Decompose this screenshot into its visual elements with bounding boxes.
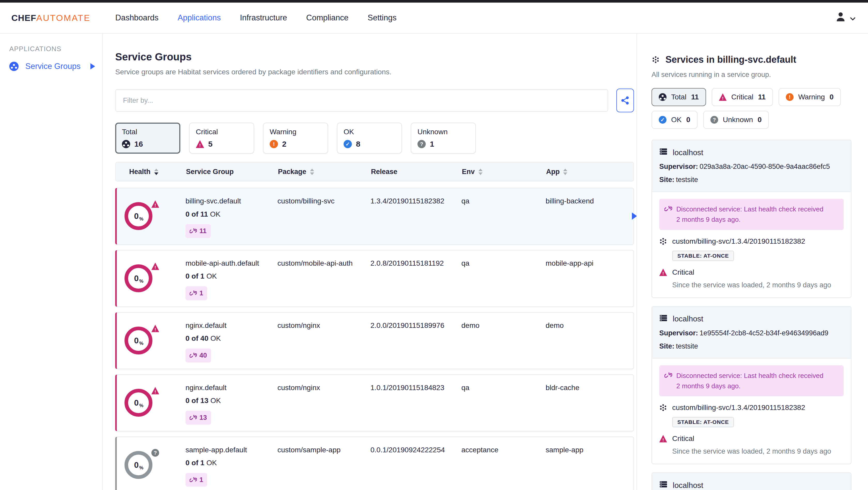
status-tile[interactable]: Critical 5 <box>189 123 254 154</box>
ok-count: 0 of 40 OK <box>185 333 277 344</box>
top-strip <box>0 0 868 3</box>
health-cell: 0% <box>121 451 185 479</box>
service-card-header: localhost Supervisor:029a3a8a-20ac-4590-… <box>652 140 851 192</box>
services-icon <box>652 56 660 64</box>
service-card[interactable]: localhost Supervisor:1e95554f-2cb8-4c52-… <box>652 306 851 464</box>
column-header[interactable]: Package <box>278 168 371 176</box>
package-cell: custom/billing-svc <box>277 194 370 238</box>
status-tile[interactable]: OK 8 <box>337 123 402 154</box>
status-icon <box>719 93 727 101</box>
column-header[interactable]: Service Group <box>186 168 278 176</box>
service-group-cell: nginx.default 0 of 13 OK 13 <box>185 381 277 425</box>
chef-automate-logo[interactable]: CHEFAUTOMATE <box>11 13 90 23</box>
sidebar-item-service-groups[interactable]: Service Groups <box>9 62 95 71</box>
env-cell: qa <box>461 257 546 300</box>
status-icon <box>196 140 204 148</box>
tile-label: OK <box>344 128 354 136</box>
status-tile[interactable]: Unknown 1 <box>411 123 476 154</box>
status-icon <box>710 116 718 124</box>
user-menu[interactable] <box>835 11 856 25</box>
table-row[interactable]: 0% nginx.default 0 of 13 OK 13 cust <box>115 374 634 431</box>
table-row[interactable]: 0% nginx.default 0 of 40 OK 40 cust <box>115 312 634 369</box>
status-tile[interactable]: Total 16 <box>115 123 180 154</box>
tile-count: 8 <box>356 140 361 149</box>
nav-item[interactable]: Compliance <box>306 13 348 23</box>
nav-item[interactable]: Applications <box>178 13 221 23</box>
server-icon <box>659 480 668 490</box>
status-filter-chip[interactable]: Unknown 0 <box>703 111 769 129</box>
status-filter-chip[interactable]: Warning 0 <box>779 88 841 106</box>
nav-item[interactable]: Settings <box>368 13 397 23</box>
sort-arrows[interactable] <box>478 169 483 175</box>
status-filter-chip[interactable]: OK 0 <box>652 111 698 129</box>
sort-arrows[interactable] <box>563 169 567 175</box>
channel-badge: STABLE: AT-ONCE <box>672 251 734 261</box>
sort-arrows[interactable] <box>154 169 158 175</box>
service-group-name: billing-svc.default <box>185 196 263 206</box>
status-icon <box>786 93 794 101</box>
status-icon <box>151 262 159 270</box>
sort-arrows[interactable] <box>310 169 314 175</box>
disconnected-badge[interactable]: 40 <box>185 349 211 362</box>
tile-label: Warning <box>270 128 296 136</box>
package-icon <box>659 237 667 245</box>
service-cards: localhost Supervisor:029a3a8a-20ac-4590-… <box>652 140 851 490</box>
host-name: localhost <box>673 481 703 490</box>
package-cell: custom/mobile-api-auth <box>277 257 370 300</box>
page-subtitle: Service groups are Habitat services orde… <box>115 68 634 76</box>
status-filter-chip[interactable]: Critical 11 <box>712 88 773 106</box>
tile-count: 16 <box>134 140 143 149</box>
status-icon <box>151 200 159 208</box>
supervisor-line: Supervisor:029a3a8a-20ac-4590-850e-9a4aa… <box>659 163 844 171</box>
sidebar: APPLICATIONS Service Groups <box>0 34 103 490</box>
nav-item[interactable]: Infrastructure <box>240 13 287 23</box>
column-header[interactable]: App <box>546 168 625 176</box>
disconnected-icon <box>190 352 197 359</box>
ok-count: 0 of 1 OK <box>185 271 277 282</box>
selected-row-chevron[interactable] <box>632 213 637 220</box>
status-icon <box>151 387 159 394</box>
health-donut: 0% <box>125 389 152 417</box>
disconnected-icon <box>190 414 197 421</box>
logo-chef: CHEF <box>11 13 36 23</box>
service-card[interactable]: localhost Supervisor:2fb65869-de1b-4341-… <box>652 472 851 490</box>
column-header[interactable]: Env <box>462 168 546 176</box>
service-group-list: 0% billing-svc.default 0 of 11 OK 11 <box>115 188 634 490</box>
status-icon <box>417 140 426 148</box>
nav-item[interactable]: Dashboards <box>115 13 158 23</box>
health-donut: 0% <box>125 202 152 230</box>
disconnected-alert: Disconnected service: Last health check … <box>659 365 844 396</box>
app-cell: mobile-app-api <box>546 257 625 300</box>
status-icon <box>151 449 159 457</box>
service-group-name: sample-app.default <box>185 445 263 455</box>
chip-label: OK <box>671 116 681 124</box>
filter-input[interactable] <box>115 89 608 112</box>
tile-count: 2 <box>282 140 286 149</box>
since-line: Since the service was loaded, 2 months 9… <box>652 448 851 464</box>
services-panel: Services in billing-svc.default All serv… <box>637 34 868 490</box>
column-header[interactable]: Release <box>371 168 462 176</box>
column-header[interactable]: Health <box>129 168 186 176</box>
release-cell: 1.3.4/20190115182382 <box>370 194 461 238</box>
disconnected-badge[interactable]: 11 <box>185 224 211 238</box>
disconnected-badge[interactable]: 13 <box>185 411 211 425</box>
sidebar-item-label: Service Groups <box>25 62 81 71</box>
share-button[interactable] <box>616 89 634 112</box>
disconnected-alert: Disconnected service: Last health check … <box>659 199 844 230</box>
site-line: Site:testsite <box>659 342 844 350</box>
sidebar-section-label: APPLICATIONS <box>9 45 102 53</box>
disconnected-badge[interactable]: 1 <box>185 473 207 487</box>
chip-count: 0 <box>686 116 690 124</box>
status-tile[interactable]: Warning 2 <box>263 123 328 154</box>
disconnected-badge[interactable]: 1 <box>185 286 207 300</box>
table-row[interactable]: 0% mobile-api-auth.default 0 of 1 OK 1 <box>115 250 634 307</box>
health-donut: 0% <box>125 451 152 479</box>
health-line: Critical <box>652 434 851 443</box>
critical-icon <box>659 268 667 276</box>
table-row[interactable]: 0% billing-svc.default 0 of 11 OK 11 <box>115 188 634 245</box>
main-content: Service Groups Service groups are Habita… <box>103 34 637 490</box>
status-filter-chip[interactable]: Total 11 <box>652 88 706 106</box>
service-card[interactable]: localhost Supervisor:029a3a8a-20ac-4590-… <box>652 140 851 298</box>
release-cell: 2.0.8/20190115181192 <box>370 257 461 300</box>
table-row[interactable]: 0% sample-app.default 0 of 1 OK 1 c <box>115 436 634 490</box>
